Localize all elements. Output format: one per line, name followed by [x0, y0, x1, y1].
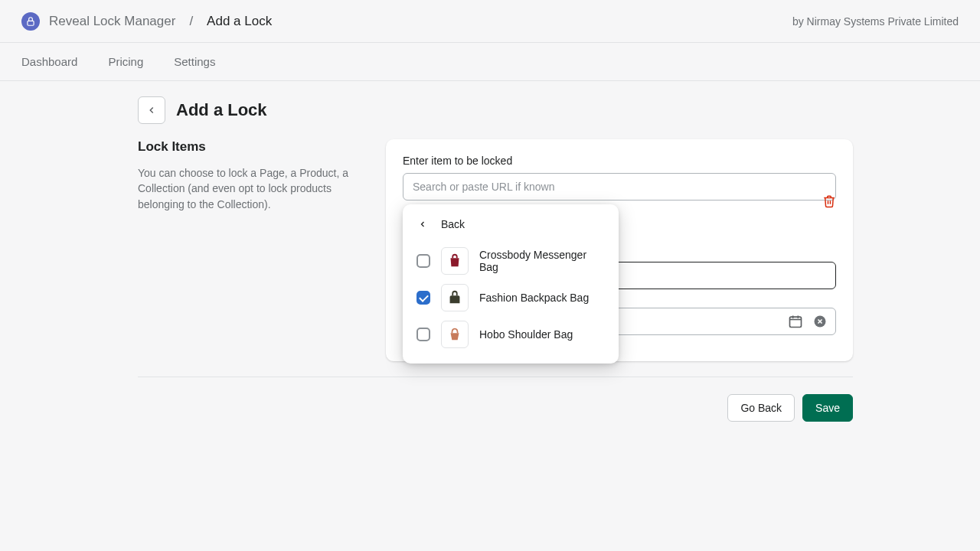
option-label: Hobo Shoulder Bag — [479, 328, 573, 341]
breadcrumb-separator: / — [189, 14, 193, 29]
breadcrumb: Reveal Lock Manager / Add a Lock — [21, 12, 272, 31]
lock-form-card: Enter item to be locked S E Back — [386, 139, 853, 361]
option-label: Crossbody Messenger Bag — [479, 249, 605, 273]
clear-date-button[interactable] — [812, 314, 828, 329]
item-picker-popover: Back Crossbody Messenger Bag Fashion Bac… — [403, 204, 619, 364]
tab-pricing[interactable]: Pricing — [108, 55, 143, 68]
svg-rect-1 — [790, 317, 802, 327]
app-lock-icon — [21, 12, 40, 31]
chevron-left-icon — [418, 220, 427, 229]
page-back-button[interactable] — [138, 96, 165, 124]
search-label: Enter item to be locked — [403, 155, 836, 167]
option-label: Fashion Backpack Bag — [479, 292, 589, 304]
tab-settings[interactable]: Settings — [174, 55, 215, 68]
product-thumb — [441, 247, 469, 275]
trash-icon — [822, 194, 836, 208]
checkbox[interactable] — [416, 328, 430, 341]
go-back-button[interactable]: Go Back — [727, 394, 795, 422]
delete-button[interactable] — [822, 194, 836, 208]
checkbox[interactable] — [416, 254, 430, 268]
search-input[interactable] — [403, 173, 836, 201]
product-thumb — [441, 321, 469, 348]
clear-icon — [812, 314, 828, 329]
checkbox[interactable] — [416, 291, 430, 305]
breadcrumb-current: Add a Lock — [207, 14, 272, 29]
popover-back-label: Back — [441, 218, 465, 230]
form-footer: Go Back Save — [138, 377, 853, 422]
nav-tabs: Dashboard Pricing Settings — [0, 43, 980, 81]
picker-option[interactable]: Fashion Backpack Bag — [415, 279, 606, 316]
calendar-icon — [788, 314, 803, 329]
breadcrumb-root[interactable]: Reveal Lock Manager — [49, 14, 175, 29]
product-thumb — [441, 284, 469, 311]
page-title: Add a Lock — [176, 100, 267, 120]
chevron-left-icon — [146, 105, 157, 116]
tab-dashboard[interactable]: Dashboard — [21, 55, 77, 68]
side-description: You can choose to lock a Page, a Product… — [138, 165, 368, 212]
popover-back-button[interactable]: Back — [415, 218, 606, 230]
save-button[interactable]: Save — [802, 394, 853, 422]
byline: by Nirmay Systems Private Limited — [792, 15, 959, 28]
picker-option[interactable]: Hobo Shoulder Bag — [415, 316, 606, 353]
top-bar: Reveal Lock Manager / Add a Lock by Nirm… — [0, 0, 980, 43]
side-heading: Lock Items — [138, 139, 368, 155]
side-info: Lock Items You can choose to lock a Page… — [138, 139, 368, 212]
svg-rect-0 — [28, 21, 34, 25]
picker-option[interactable]: Crossbody Messenger Bag — [415, 243, 606, 279]
